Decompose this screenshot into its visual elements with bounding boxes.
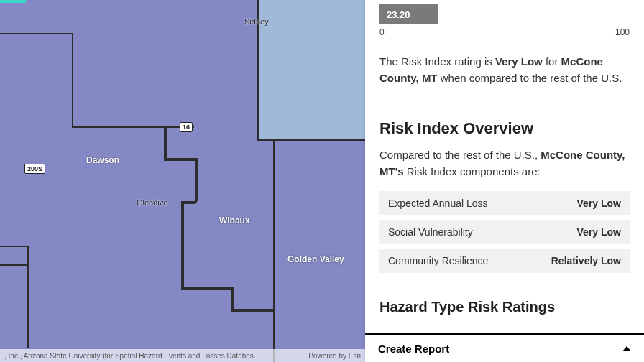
bar-fill: 23.20 (380, 4, 438, 24)
bar-axis: 0 100 (380, 24, 630, 37)
risk-score-chart: 23.20 0 100 (365, 0, 644, 42)
hazard-type-heading: Hazard Type Risk Ratings (365, 299, 644, 330)
component-row-eal[interactable]: Expected Annual Loss Very Low (380, 191, 630, 215)
county-label-dawson: Dawson (86, 155, 119, 165)
overview-heading: Risk Index Overview (380, 119, 630, 138)
county-boundary-line (181, 287, 231, 290)
bar-value-label: 23.20 (387, 9, 410, 20)
narrative-prefix: The Risk Index rating is (380, 55, 495, 68)
county-boundary-line (72, 33, 73, 126)
route-shield-16: 16 (180, 122, 193, 132)
county-boundary-line (0, 246, 27, 247)
axis-max: 100 (615, 27, 630, 37)
component-row-cr[interactable]: Community Resilience Relatively Low (380, 249, 630, 273)
narrative-middle: for (543, 55, 561, 68)
lede-prefix: Compared to the rest of the U.S., (380, 149, 540, 161)
route-shield-200s: 200S (24, 164, 45, 174)
component-value: Relatively Low (551, 255, 621, 266)
narrative-rating: Very Low (495, 55, 543, 68)
city-label-glendive: Glendive (137, 198, 167, 207)
component-list: Expected Annual Loss Very Low Social Vul… (380, 191, 630, 273)
county-boundary-line (164, 126, 167, 158)
county-highlight (257, 0, 365, 139)
county-boundary-line (72, 126, 194, 128)
map-pane[interactable]: Dawson Wibaux Golden Valley Sidney Glend… (0, 0, 365, 362)
loading-indicator (0, 0, 26, 3)
risk-narrative: The Risk Index rating is Very Low for Mc… (365, 42, 644, 103)
county-boundary-line (231, 309, 273, 312)
component-value: Very Low (577, 198, 621, 209)
county-boundary-line (231, 287, 234, 309)
risk-index-overview: Risk Index Overview Compared to the rest… (365, 103, 644, 300)
county-boundary-line (196, 158, 198, 201)
map-attribution: , Inc., Arizona State University (for Sp… (0, 349, 365, 362)
city-label-sidney: Sidney (244, 17, 269, 26)
component-name: Expected Annual Loss (388, 198, 488, 209)
component-row-sv[interactable]: Social Vulnerability Very Low (380, 220, 630, 244)
caret-up-icon (622, 346, 631, 351)
county-label-wibaux: Wibaux (219, 215, 250, 226)
county-boundary-line (181, 201, 184, 287)
create-report-button[interactable]: Create Report (365, 333, 644, 362)
bar-track: 23.20 (380, 4, 630, 24)
lede-suffix: Risk Index components are: (404, 165, 540, 177)
component-name: Social Vulnerability (388, 226, 473, 238)
create-report-label: Create Report (378, 343, 449, 355)
county-boundary-line (0, 33, 72, 34)
attribution-powered-by[interactable]: Powered by Esri (308, 352, 361, 360)
component-value: Very Low (577, 226, 621, 238)
attribution-text: , Inc., Arizona State University (for Sp… (4, 352, 303, 360)
county-boundary-line (164, 158, 196, 161)
component-name: Community Resilience (388, 255, 488, 266)
county-boundary-line (27, 246, 29, 348)
axis-min: 0 (380, 27, 385, 37)
county-boundary-line (196, 201, 197, 203)
county-boundary-line (273, 139, 275, 362)
app-root: Dawson Wibaux Golden Valley Sidney Glend… (0, 0, 644, 362)
narrative-suffix: when compared to the rest of the U.S. (438, 72, 622, 84)
details-panel[interactable]: 23.20 0 100 The Risk Index rating is Ver… (365, 0, 644, 362)
county-boundary-line (0, 264, 27, 266)
county-label-golden-valley: Golden Valley (288, 254, 344, 264)
overview-lede: Compared to the rest of the U.S., McCone… (380, 147, 630, 180)
